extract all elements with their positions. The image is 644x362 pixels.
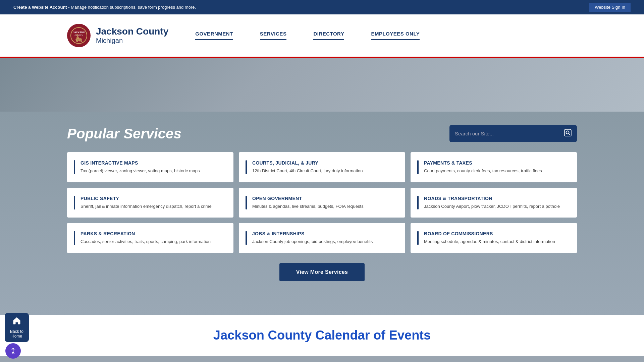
card-desc-gis: Tax (parcel) viewer, zoning viewer, voti… (80, 168, 200, 174)
svg-point-10 (76, 34, 78, 36)
card-content-commissioners: BOARD OF COMMISSIONERS Meeting schedule,… (424, 231, 555, 245)
service-card-parks[interactable]: PARKS & RECREATION Cascades, senior acti… (67, 223, 233, 253)
header: JACKSON COUNTY Jackson County Michigan G… (0, 14, 644, 58)
svg-text:JACKSON: JACKSON (73, 31, 85, 34)
svg-point-4 (76, 37, 79, 39)
card-title-commissioners: BOARD OF COMMISSIONERS (424, 231, 555, 236)
state-name: Michigan (96, 37, 168, 45)
svg-line-13 (569, 134, 570, 135)
logo-area: JACKSON COUNTY Jackson County Michigan (67, 24, 168, 47)
card-content-roads: ROADS & TRANSPORTATION Jackson County Ai… (424, 196, 560, 210)
nav-directory[interactable]: DIRECTORY (313, 31, 344, 40)
service-card-commissioners[interactable]: BOARD OF COMMISSIONERS Meeting schedule,… (411, 223, 577, 253)
svg-text:COUNTY: COUNTY (74, 34, 83, 36)
service-card-payments[interactable]: PAYMENTS & TAXES Court payments, county … (411, 152, 577, 182)
services-grid: GIS INTERACTIVE MAPS Tax (parcel) viewer… (67, 152, 577, 253)
main-nav: GOVERNMENT SERVICES DIRECTORY EMPLOYEES … (195, 31, 420, 40)
card-desc-courts: 12th District Court, 4th Circuit Court, … (252, 168, 363, 174)
nav-employees[interactable]: EMPLOYEES ONLY (371, 31, 420, 40)
card-desc-parks: Cascades, senior activities, trails, spo… (80, 238, 211, 245)
card-title-payments: PAYMENTS & TAXES (424, 160, 542, 166)
top-bar-left: Create a Website Account - Manage notifi… (13, 5, 196, 10)
home-icon (12, 316, 21, 327)
card-border (417, 196, 419, 210)
calendar-section: Jackson County Calendar of Events (0, 315, 644, 356)
service-card-open-gov[interactable]: OPEN GOVERNMENT Minutes & agendas, live … (239, 188, 405, 218)
nav-services[interactable]: SERVICES (260, 31, 287, 40)
card-title-safety: PUBLIC SAFETY (80, 196, 212, 201)
card-border (417, 160, 419, 174)
card-border (246, 231, 247, 245)
svg-rect-11 (565, 129, 571, 136)
card-border (74, 196, 75, 210)
card-content-payments: PAYMENTS & TAXES Court payments, county … (424, 160, 542, 174)
card-content-gis: GIS INTERACTIVE MAPS Tax (parcel) viewer… (80, 160, 200, 174)
sign-in-button[interactable]: Website Sign In (589, 3, 631, 12)
service-card-safety[interactable]: PUBLIC SAFETY Sheriff, jail & inmate inf… (67, 188, 233, 218)
card-border (74, 160, 75, 174)
search-box (449, 125, 577, 142)
service-card-jobs[interactable]: JOBS & INTERNSHIPS Jackson County job op… (239, 223, 405, 253)
card-border (417, 231, 419, 245)
service-card-gis[interactable]: GIS INTERACTIVE MAPS Tax (parcel) viewer… (67, 152, 233, 182)
card-border (246, 160, 247, 174)
county-seal: JACKSON COUNTY (67, 24, 91, 47)
create-account-link[interactable]: Create a Website Account (13, 5, 67, 10)
card-title-courts: COURTS, JUDICIAL, & JURY (252, 160, 363, 166)
card-title-roads: ROADS & TRANSPORTATION (424, 196, 560, 201)
svg-line-18 (13, 352, 14, 354)
card-title-open-gov: OPEN GOVERNMENT (252, 196, 364, 201)
card-content-open-gov: OPEN GOVERNMENT Minutes & agendas, live … (252, 196, 364, 210)
card-desc-jobs: Jackson County job openings, bid posting… (252, 238, 373, 245)
hero-area (0, 58, 644, 112)
card-content-parks: PARKS & RECREATION Cascades, senior acti… (80, 231, 211, 245)
calendar-title: Jackson County Calendar of Events (67, 328, 577, 343)
card-content-courts: COURTS, JUDICIAL, & JURY 12th District C… (252, 160, 363, 174)
county-name: Jackson County (96, 26, 168, 37)
card-border (74, 231, 75, 245)
card-desc-payments: Court payments, county clerk fees, tax r… (424, 168, 542, 174)
card-title-jobs: JOBS & INTERNSHIPS (252, 231, 373, 236)
card-title-parks: PARKS & RECREATION (80, 231, 211, 236)
top-bar: Create a Website Account - Manage notifi… (0, 0, 644, 14)
nav-government[interactable]: GOVERNMENT (195, 31, 233, 40)
back-to-home-label: Back toHome (10, 329, 23, 339)
card-desc-roads: Jackson County Airport, plow tracker, JC… (424, 203, 560, 210)
view-more-button[interactable]: View More Services (279, 263, 365, 281)
card-content-jobs: JOBS & INTERNSHIPS Jackson County job op… (252, 231, 373, 245)
main-content: Popular Services GIS INTERACTIVE MAPS Ta… (0, 112, 644, 315)
card-content-safety: PUBLIC SAFETY Sheriff, jail & inmate inf… (80, 196, 212, 210)
card-border (246, 196, 247, 210)
service-card-courts[interactable]: COURTS, JUDICIAL, & JURY 12th District C… (239, 152, 405, 182)
top-bar-desc: - Manage notification subscriptions, sav… (67, 5, 196, 10)
search-input[interactable] (455, 131, 561, 136)
accessibility-button[interactable] (5, 343, 21, 359)
popular-services-title: Popular Services (67, 126, 181, 142)
search-button[interactable] (564, 129, 572, 138)
back-to-home-button[interactable]: Back toHome (5, 313, 29, 342)
service-card-roads[interactable]: ROADS & TRANSPORTATION Jackson County Ai… (411, 188, 577, 218)
popular-services-header: Popular Services (67, 125, 577, 142)
view-more-container: View More Services (67, 263, 577, 281)
card-desc-open-gov: Minutes & agendas, live streams, budgets… (252, 203, 364, 210)
logo-text: Jackson County Michigan (96, 26, 168, 45)
card-title-gis: GIS INTERACTIVE MAPS (80, 160, 200, 166)
card-desc-safety: Sheriff, jail & inmate information emerg… (80, 203, 212, 210)
card-desc-commissioners: Meeting schedule, agendas & minutes, con… (424, 238, 555, 245)
